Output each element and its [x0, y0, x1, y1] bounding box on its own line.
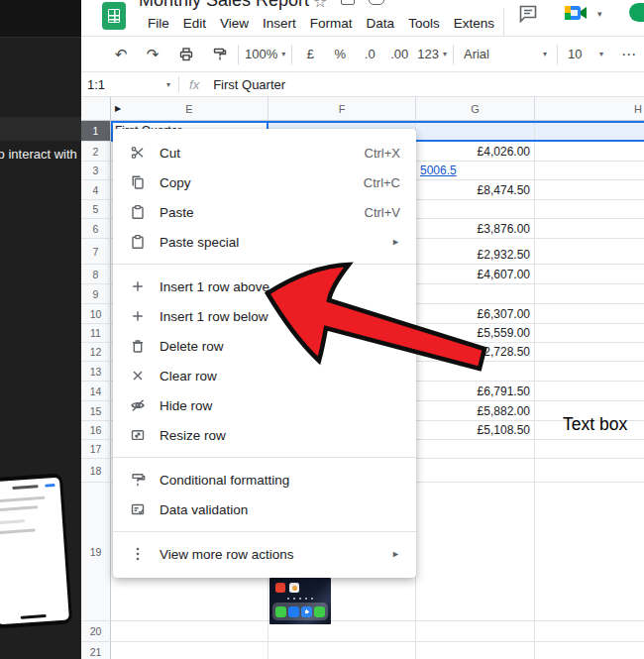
cell-G7[interactable]: £2,932.50: [416, 239, 535, 265]
cell-G3[interactable]: 5006.5: [416, 162, 535, 180]
name-box[interactable]: 1:1: [81, 77, 166, 92]
cell-H14[interactable]: [535, 382, 644, 401]
cell-G6[interactable]: £3,876.00: [416, 219, 535, 239]
cell-G11[interactable]: £5,559.00: [416, 324, 535, 343]
cell-F20[interactable]: [268, 621, 416, 642]
column-header-F[interactable]: F: [268, 97, 416, 121]
cell-E20[interactable]: [111, 621, 268, 642]
menu-item-data-validation[interactable]: Data validation: [113, 494, 416, 524]
cell-G17[interactable]: [416, 440, 535, 459]
cell-F21[interactable]: [268, 642, 416, 659]
column-header-H[interactable]: H: [535, 97, 644, 121]
comment-history-icon[interactable]: [517, 3, 539, 29]
cell-H13[interactable]: [535, 362, 644, 382]
row-header-15[interactable]: 15: [81, 401, 111, 421]
meet-dropdown-caret[interactable]: ▾: [597, 9, 602, 19]
cell-H19[interactable]: [535, 483, 644, 621]
row-header-5[interactable]: 5: [81, 200, 111, 219]
cell-G14[interactable]: £6,791.50: [416, 382, 535, 401]
cell-G18[interactable]: [416, 459, 535, 483]
menu-item-delete-row[interactable]: Delete row: [113, 331, 416, 361]
menu-item-paste[interactable]: PasteCtrl+V: [113, 197, 416, 227]
cell-H21[interactable]: [535, 642, 644, 659]
menubar-item-data[interactable]: Data: [367, 16, 395, 31]
undo-button[interactable]: ↶: [109, 43, 133, 66]
menu-item-resize-row[interactable]: Resize row: [113, 420, 416, 450]
menubar-item-view[interactable]: View: [220, 16, 249, 31]
row-header-6[interactable]: 6: [81, 219, 111, 239]
cell-G4[interactable]: £8,474.50: [416, 180, 535, 200]
cell-H20[interactable]: [535, 621, 644, 642]
grid-corner-cell[interactable]: [81, 97, 111, 121]
number-format-button[interactable]: 123▾: [417, 43, 447, 66]
cell-H9[interactable]: [535, 284, 644, 304]
cell-G13[interactable]: [416, 362, 535, 382]
row-header-12[interactable]: 12: [81, 343, 111, 362]
print-button[interactable]: [174, 43, 198, 66]
cell-H2[interactable]: [535, 142, 644, 162]
cell-H1[interactable]: [535, 121, 644, 142]
cell-G2[interactable]: £4,026.00: [416, 142, 535, 162]
paint-format-button[interactable]: [208, 43, 232, 66]
font-size-select[interactable]: 10▾: [564, 43, 607, 66]
cell-H3[interactable]: [535, 162, 644, 180]
menu-item-clear-row[interactable]: Clear row: [113, 361, 416, 390]
star-icon[interactable]: ☆: [313, 0, 327, 11]
cell-G1[interactable]: [416, 121, 535, 142]
row-header-3[interactable]: 3: [81, 162, 111, 180]
row-header-17[interactable]: 17: [81, 440, 111, 459]
cell-H6[interactable]: [535, 219, 644, 239]
embedded-phone-dock-image[interactable]: [269, 578, 331, 624]
menu-item-view-more-row-actions[interactable]: View more row actions►: [113, 539, 416, 569]
menubar-item-edit[interactable]: Edit: [183, 16, 206, 31]
menu-item-hide-row[interactable]: Hide row: [113, 390, 416, 420]
cell-E21[interactable]: [111, 642, 268, 659]
cell-G10[interactable]: £6,307.00: [416, 304, 535, 324]
google-meet-icon[interactable]: [564, 3, 590, 27]
cell-G8[interactable]: £4,607.00: [416, 265, 535, 284]
row-header-14[interactable]: 14: [81, 382, 111, 401]
toolbar-more-button[interactable]: ⋯: [617, 43, 641, 66]
cell-H8[interactable]: [535, 265, 644, 284]
row-header-19[interactable]: 19: [81, 483, 111, 621]
document-title[interactable]: Monthly Sales Report: [139, 0, 309, 11]
cell-H4[interactable]: [535, 180, 644, 200]
share-button[interactable]: [629, 3, 644, 22]
move-folder-icon[interactable]: [341, 0, 355, 5]
cell-H12[interactable]: [535, 343, 644, 362]
menubar-item-format[interactable]: Format: [310, 16, 353, 31]
cell-G15[interactable]: £5,882.00: [416, 401, 535, 421]
formula-input[interactable]: First Quarter: [213, 77, 285, 92]
row-header-2[interactable]: 2: [81, 142, 111, 162]
menubar-item-insert[interactable]: Insert: [263, 16, 296, 31]
row-header-7[interactable]: 7: [81, 239, 111, 265]
column-header-G[interactable]: G: [416, 97, 535, 121]
format-percent-button[interactable]: %: [328, 43, 352, 66]
cell-G20[interactable]: [416, 621, 535, 642]
decrease-decimal-button[interactable]: .0: [358, 43, 381, 66]
cell-G9[interactable]: [416, 284, 535, 304]
row-header-18[interactable]: 18: [81, 459, 111, 483]
name-box-caret[interactable]: ▾: [166, 80, 170, 89]
floating-text-box[interactable]: Text box: [563, 414, 627, 435]
column-header-E[interactable]: E▶: [111, 97, 268, 121]
row-header-16[interactable]: 16: [81, 421, 111, 440]
row-header-10[interactable]: 10: [81, 304, 111, 324]
zoom-select[interactable]: 100%▾: [245, 43, 285, 66]
row-header-11[interactable]: 11: [81, 324, 111, 343]
menu-item-conditional-formatting[interactable]: Conditional formatting: [113, 465, 416, 494]
cell-G19[interactable]: [416, 483, 535, 621]
hidden-columns-indicator-icon[interactable]: ▶: [115, 104, 121, 113]
row-header-1[interactable]: 1: [81, 121, 111, 142]
row-header-13[interactable]: 13: [81, 362, 111, 382]
cell-link-G3[interactable]: 5006.5: [420, 164, 457, 177]
menubar-item-tools[interactable]: Tools: [408, 16, 440, 31]
row-header-20[interactable]: 20: [81, 621, 111, 642]
cell-H7[interactable]: [535, 239, 644, 265]
row-header-4[interactable]: 4: [81, 180, 111, 200]
menubar-item-extens[interactable]: Extens: [454, 16, 494, 31]
cell-G16[interactable]: £5,108.50: [416, 421, 535, 440]
row-header-9[interactable]: 9: [81, 284, 111, 304]
row-header-21[interactable]: 21: [81, 642, 111, 659]
cell-H5[interactable]: [535, 200, 644, 219]
